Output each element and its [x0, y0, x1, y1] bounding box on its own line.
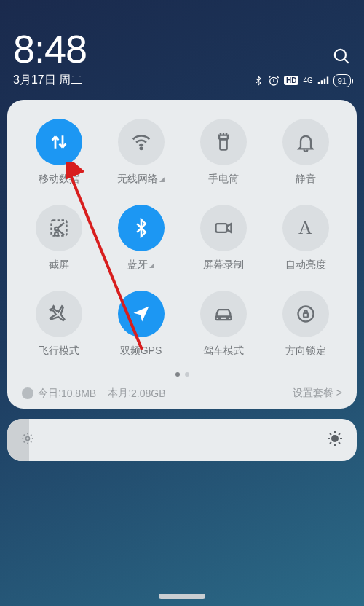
toggle-label: 截屏: [49, 259, 69, 272]
svg-line-31: [339, 433, 340, 435]
brightness-high-icon: [326, 430, 344, 450]
video-icon: [200, 205, 247, 251]
clock-date: 3月17日 周二: [13, 73, 82, 88]
svg-line-1: [344, 59, 348, 63]
usage-month-value: 2.08GB: [131, 387, 165, 399]
toggle-mute[interactable]: 静音: [282, 119, 329, 186]
bluetooth-icon: [118, 205, 165, 251]
toggle-gps[interactable]: 双频GPS: [118, 291, 165, 358]
nav-icon: [118, 291, 165, 337]
toggle-airplane[interactable]: 飞行模式: [36, 291, 82, 358]
page-dot[interactable]: [185, 372, 189, 377]
toggle-label: 无线网络◢: [117, 173, 165, 186]
toggle-label: 移动数据: [39, 173, 79, 186]
svg-point-0: [335, 50, 346, 60]
hd-icon: HD: [284, 76, 298, 85]
svg-line-20: [31, 441, 31, 442]
svg-point-23: [332, 436, 338, 441]
gesture-bar[interactable]: [159, 594, 205, 599]
toggle-mobile-data[interactable]: 移动数据: [36, 119, 82, 186]
svg-rect-13: [304, 313, 308, 318]
bell-icon: [282, 119, 329, 165]
signal-icon: [317, 76, 329, 86]
wifi-icon: [118, 119, 165, 165]
lock-rotate-icon: [282, 291, 329, 337]
data-usage-icon: [22, 387, 33, 399]
toggle-label: 手电筒: [208, 173, 239, 186]
toggle-label: 屏幕录制: [203, 259, 244, 272]
toggle-flashlight[interactable]: 手电筒: [200, 119, 247, 186]
svg-rect-8: [215, 224, 226, 232]
plane-icon: [36, 291, 82, 337]
svg-line-29: [339, 442, 340, 444]
toggle-label: 蓝牙◢: [127, 259, 154, 272]
toggle-wifi[interactable]: 无线网络◢: [117, 119, 165, 186]
status-bar: HD 4G 91: [253, 74, 351, 87]
toggle-screen-record[interactable]: 屏幕录制: [200, 205, 247, 272]
page-dot[interactable]: [175, 372, 180, 377]
scissors-icon: [36, 205, 82, 251]
svg-line-19: [24, 435, 25, 436]
toggle-label: 双频GPS: [120, 345, 162, 358]
svg-line-28: [330, 433, 331, 435]
page-indicator[interactable]: [17, 372, 347, 377]
svg-point-11: [226, 318, 228, 319]
bluetooth-status-icon: [253, 75, 264, 87]
brightness-slider[interactable]: [7, 419, 357, 461]
svg-line-30: [330, 442, 331, 444]
toggle-label: 驾车模式: [203, 345, 244, 358]
svg-line-22: [31, 435, 31, 436]
letter-a-icon: A: [282, 205, 329, 251]
toggle-auto-bright[interactable]: A自动亮度: [282, 205, 329, 272]
svg-point-10: [218, 318, 220, 319]
toggle-screenshot[interactable]: 截屏: [36, 205, 82, 272]
usage-today-value: 10.8MB: [61, 387, 96, 399]
toggle-label: 静音: [296, 173, 316, 186]
usage-today-label: 今日:: [38, 387, 61, 400]
toggle-rotation-lock[interactable]: 方向锁定: [282, 291, 329, 358]
data-plan-link[interactable]: 设置套餐 >: [293, 387, 342, 400]
toggle-bluetooth[interactable]: 蓝牙◢: [118, 205, 165, 272]
search-icon[interactable]: [332, 47, 351, 68]
clock-time: 8:48: [13, 29, 87, 68]
brightness-low-icon: [20, 431, 35, 449]
toggle-label: 飞行模式: [39, 345, 79, 358]
svg-line-21: [24, 441, 25, 442]
battery-indicator: 91: [333, 74, 351, 87]
toggle-drive-mode[interactable]: 驾车模式: [200, 291, 247, 358]
usage-month-label: 本月:: [108, 387, 131, 400]
car-icon: [200, 291, 247, 337]
svg-point-3: [140, 148, 142, 150]
flashlight-icon: [200, 119, 247, 165]
toggle-label: 自动亮度: [285, 259, 326, 272]
toggle-label: 方向锁定: [285, 345, 326, 358]
network-type-label: 4G: [303, 76, 312, 84]
quick-settings-panel: 移动数据无线网络◢手电筒静音截屏蓝牙◢屏幕录制A自动亮度飞行模式双频GPS驾车模…: [7, 100, 357, 409]
svg-point-14: [26, 437, 30, 441]
svg-point-7: [55, 232, 58, 236]
data-arrows-icon: [36, 119, 82, 165]
alarm-icon: [268, 75, 280, 87]
